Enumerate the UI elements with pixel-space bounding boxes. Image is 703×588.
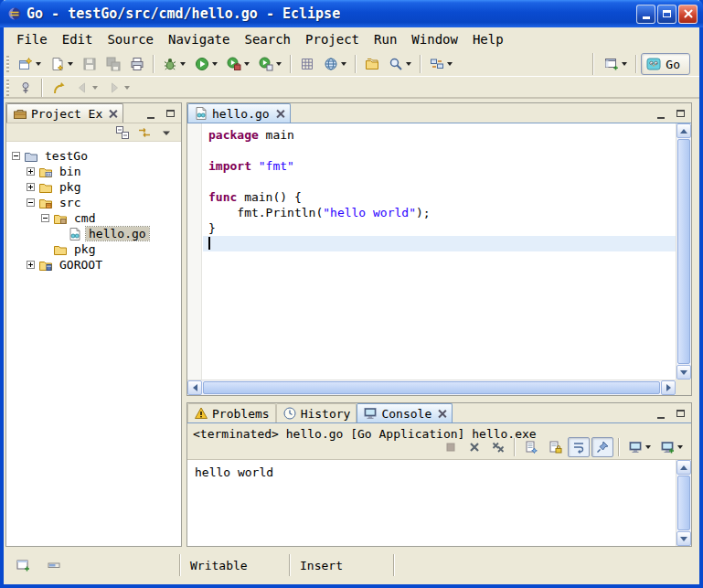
word-wrap-button[interactable] (568, 437, 590, 457)
tree-item-pkg[interactable]: pkg (6, 179, 181, 195)
last-edit-location-button[interactable] (48, 78, 69, 98)
debug-button[interactable] (159, 54, 189, 74)
terminate-button[interactable] (440, 437, 462, 457)
code-editor[interactable]: package mainimport "fmt"func main() { fm… (203, 123, 676, 380)
back-button[interactable] (71, 78, 101, 98)
editor-horizontal-scrollbar[interactable] (187, 380, 676, 395)
toolbar-grip[interactable] (6, 80, 9, 96)
back-dropdown-icon[interactable] (92, 86, 98, 90)
scroll-down-button[interactable] (676, 365, 691, 380)
run-history-dropdown-icon[interactable] (276, 62, 282, 66)
run-dropdown-icon[interactable] (212, 62, 218, 66)
project-explorer-tab[interactable]: Project Ex (6, 103, 123, 123)
maximize-editor-button[interactable] (672, 106, 688, 121)
view-menu-button[interactable] (156, 124, 176, 141)
tree-expander-icon[interactable] (27, 183, 35, 191)
scroll-left-button[interactable] (187, 380, 202, 395)
tab-history[interactable]: History (276, 403, 357, 422)
open-perspective-dropdown-icon[interactable] (622, 62, 627, 66)
close-editor-icon[interactable] (276, 110, 284, 118)
clear-console-button[interactable] (520, 437, 542, 457)
display-selected-console-dropdown-icon[interactable] (645, 445, 651, 449)
new-go-element-dropdown-icon[interactable] (68, 62, 73, 66)
minimize-button[interactable] (636, 5, 655, 24)
scrollbar-thumb[interactable] (677, 139, 690, 364)
scrollbar-thumb[interactable] (677, 476, 690, 530)
scroll-lock-button[interactable] (544, 437, 566, 457)
pin-editor-button[interactable] (15, 78, 37, 98)
scrollbar-thumb[interactable] (203, 381, 660, 394)
minimize-console-button[interactable] (653, 406, 669, 421)
close-view-icon[interactable] (109, 110, 117, 118)
minimize-view-button[interactable] (143, 106, 159, 121)
go-perspective-button[interactable]: Go (641, 53, 690, 75)
link-with-editor-button[interactable] (134, 124, 154, 141)
scroll-up-button[interactable] (676, 460, 691, 475)
save-button[interactable] (79, 54, 101, 74)
open-console-button[interactable] (656, 437, 687, 457)
tree-expander-icon[interactable] (27, 198, 35, 207)
new-go-project-button[interactable] (296, 54, 318, 74)
debug-dropdown-icon[interactable] (180, 62, 186, 66)
maximize-console-button[interactable] (672, 406, 688, 421)
menu-navigate[interactable]: Navigate (161, 30, 237, 48)
tree-expander-icon[interactable] (27, 261, 35, 269)
minimize-editor-button[interactable] (653, 106, 669, 121)
menu-window[interactable]: Window (404, 30, 465, 48)
tree-expander-icon[interactable] (12, 152, 20, 160)
console-output[interactable]: hello world (187, 460, 691, 546)
open-perspective-button[interactable] (601, 54, 631, 74)
tree-item-hello-go[interactable]: hello.go (6, 226, 181, 241)
new-wizard-dropdown-icon[interactable] (36, 62, 41, 66)
menu-run[interactable]: Run (367, 30, 404, 48)
scroll-right-button[interactable] (661, 380, 676, 395)
team-synchronize-dropdown-icon[interactable] (447, 62, 453, 66)
search-dropdown-icon[interactable] (406, 62, 411, 66)
collapse-all-button[interactable] (112, 124, 133, 141)
forward-dropdown-icon[interactable] (124, 86, 130, 90)
title-bar[interactable]: Go - testGo/src/cmd/hello.go - Eclipse (0, 0, 703, 27)
tree-item-pkg[interactable]: pkg (6, 241, 181, 257)
menu-project[interactable]: Project (298, 30, 367, 48)
print-button[interactable] (126, 54, 148, 74)
toolbar-grip[interactable] (6, 56, 9, 72)
pin-console-button[interactable] (591, 437, 613, 457)
remove-all-launches-button[interactable] (487, 437, 509, 457)
menu-file[interactable]: File (9, 30, 55, 48)
tree-expander-icon[interactable] (41, 214, 49, 222)
open-console-dropdown-icon[interactable] (677, 445, 683, 449)
editor-vertical-scrollbar[interactable] (676, 123, 691, 380)
open-resource-button[interactable] (361, 54, 383, 74)
scroll-up-button[interactable] (676, 123, 691, 138)
remove-launch-button[interactable] (463, 437, 485, 457)
tree-item-goroot[interactable]: GOROOT (6, 257, 181, 273)
external-tools-button[interactable] (223, 54, 253, 74)
console-vertical-scrollbar[interactable] (676, 460, 691, 546)
editor-tab-hello-go[interactable]: hello.go (187, 103, 291, 123)
new-go-element-button[interactable] (47, 54, 77, 74)
annotation-ruler[interactable] (187, 123, 202, 380)
run-history-button[interactable] (255, 54, 285, 74)
fast-view-button[interactable] (12, 555, 34, 575)
forward-button[interactable] (103, 78, 133, 98)
tab-problems[interactable]: Problems (187, 403, 276, 422)
scroll-down-button[interactable] (676, 531, 691, 546)
tree-item-bin[interactable]: bin (6, 164, 181, 179)
menu-help[interactable]: Help (465, 30, 511, 48)
external-tools-dropdown-icon[interactable] (244, 62, 250, 66)
open-browser-dropdown-icon[interactable] (341, 62, 346, 66)
search-button[interactable] (385, 54, 415, 74)
menu-search[interactable]: Search (237, 30, 298, 48)
run-button[interactable] (191, 54, 221, 74)
menu-edit[interactable]: Edit (55, 30, 101, 48)
tree-item-cmd[interactable]: cmd (6, 210, 181, 226)
maximize-view-button[interactable] (162, 106, 178, 121)
new-wizard-button[interactable] (15, 54, 45, 74)
tree-item-src[interactable]: src (6, 195, 181, 210)
tab-console[interactable]: Console (357, 403, 453, 422)
tree-expander-icon[interactable] (27, 167, 35, 176)
close-button[interactable] (678, 5, 698, 24)
save-all-button[interactable] (102, 54, 124, 74)
progress-button[interactable] (43, 555, 65, 575)
tree-item-testgo[interactable]: testGo (6, 148, 181, 164)
